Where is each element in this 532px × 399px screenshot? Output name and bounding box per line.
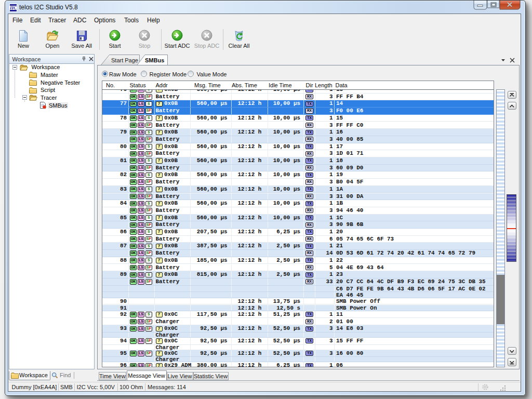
svg-text:SMBus: SMBus <box>145 57 164 63</box>
svg-text:IIC: IIC <box>9 5 17 10</box>
svg-text:Start Page: Start Page <box>111 57 138 63</box>
